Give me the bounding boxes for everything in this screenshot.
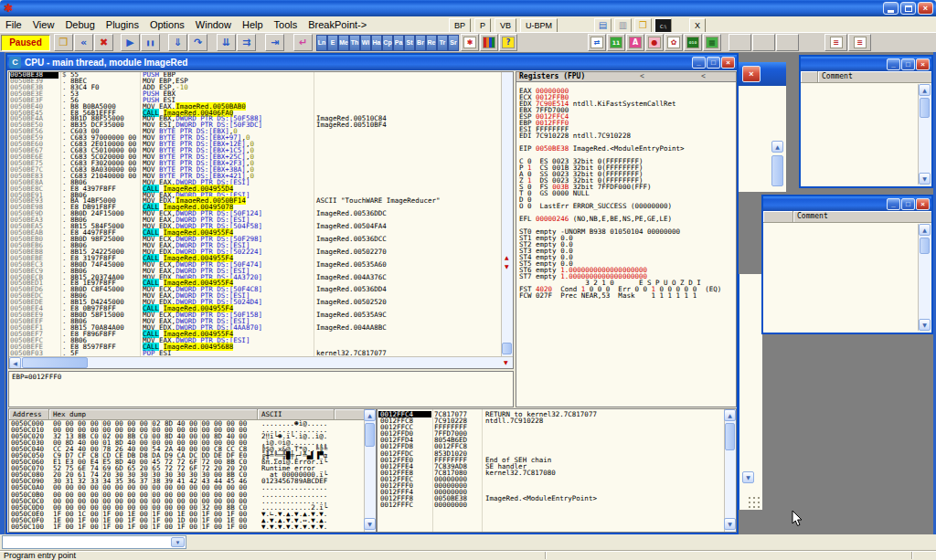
register-line[interactable]: ST2 empty 0.0 bbox=[519, 238, 736, 244]
register-line[interactable]: ESP 0012FFC4 bbox=[519, 110, 736, 116]
toolbar-letter-ln-button[interactable]: Ln bbox=[316, 35, 327, 51]
register-line[interactable]: ST5 empty 0.0 bbox=[519, 257, 736, 263]
open-file-button[interactable]: ❒ bbox=[54, 34, 73, 51]
scroll-up-icon[interactable]: ▲ bbox=[919, 224, 931, 236]
swap-panes-button[interactable]: ⇄ bbox=[588, 34, 606, 51]
disassembly-vscrollbar[interactable]: ▲ ▼ bbox=[501, 72, 513, 357]
console-icon[interactable]: C:\ bbox=[654, 18, 672, 33]
toolbar-letter-br-button[interactable]: Br bbox=[415, 35, 426, 51]
stack-row[interactable]: 0012FFE0FFFFFFFFEnd of SEH chain bbox=[378, 457, 736, 463]
scrollbar-thumb[interactable] bbox=[725, 423, 735, 450]
register-line[interactable]: EDX 7C90E514 ntdll.KiFastSystemCallRet bbox=[519, 97, 736, 103]
dump-row[interactable]: 0050C1001F 00 1F 00 1F 00 1F 00 1F 00 1F… bbox=[9, 523, 376, 530]
stack-row[interactable]: 0012FFEC00000000 bbox=[378, 476, 736, 482]
restart-button[interactable]: « bbox=[74, 34, 93, 51]
plugin-close-button[interactable]: X bbox=[689, 18, 706, 33]
scroll-up-icon[interactable]: ▲ bbox=[771, 141, 783, 153]
register-line[interactable]: ESI FFFFFFFF bbox=[519, 122, 736, 129]
scroll-marker-down-icon[interactable]: ▼ bbox=[505, 264, 509, 269]
register-line[interactable]: EAX 00000000 bbox=[519, 84, 736, 90]
go-to-origin-button[interactable]: ↵ bbox=[293, 34, 313, 51]
command-input[interactable] bbox=[4, 537, 170, 547]
scroll-left-icon[interactable]: ◀ bbox=[9, 357, 21, 369]
stack-row[interactable]: 0012FFDC853D1020 bbox=[378, 450, 736, 457]
plugin-button-vb[interactable]: VB bbox=[495, 18, 516, 33]
menu-plugins[interactable]: Plugins bbox=[101, 18, 144, 31]
register-line[interactable]: ST3 empty 0.0 bbox=[519, 244, 736, 250]
scroll-up-icon[interactable]: ▲ bbox=[919, 84, 931, 96]
trace-button[interactable]: ✿ bbox=[665, 34, 683, 51]
menu-view[interactable]: View bbox=[27, 18, 60, 31]
stack-row[interactable]: 0012FFC47C817077RETURN to kernel32.7C817… bbox=[378, 411, 736, 417]
scroll-down-icon[interactable]: ▼ bbox=[504, 360, 508, 365]
help-button[interactable]: ? bbox=[499, 34, 517, 51]
toolbar-letter-me-button[interactable]: Me bbox=[338, 35, 349, 51]
scrollbar-thumb[interactable] bbox=[365, 423, 375, 447]
step-into-button[interactable]: ⇓ bbox=[168, 34, 187, 51]
register-line[interactable]: ECX 0012FFB0 bbox=[519, 90, 736, 97]
scrollbar-thumb[interactable] bbox=[22, 357, 88, 368]
collapse-left-icon[interactable]: < bbox=[640, 72, 644, 81]
scroll-down-icon[interactable]: ▼ bbox=[724, 518, 736, 530]
register-line[interactable]: EBP 0012FFF0 bbox=[519, 116, 736, 122]
register-line[interactable]: EDI 7C910228 ntdll.7C910228 bbox=[519, 129, 736, 135]
stack-vscrollbar[interactable]: ▲ ▼ bbox=[724, 409, 736, 532]
open-folder-icon[interactable]: ❒ bbox=[634, 18, 652, 33]
register-line[interactable]: 3 2 1 0 E S P U O Z D I bbox=[519, 276, 736, 282]
menu-debug[interactable]: Debug bbox=[59, 18, 100, 31]
minimize-icon[interactable] bbox=[883, 2, 899, 15]
register-line[interactable]: EIP 0050BE38 ImageRed.<ModuleEntryPoint> bbox=[519, 142, 736, 148]
scroll-up-icon[interactable]: ▲ bbox=[364, 409, 376, 421]
scroll-up-icon[interactable]: ▲ bbox=[724, 409, 736, 421]
source-window-button[interactable]: ≡ bbox=[848, 34, 871, 51]
toolbar-letter-wi-button[interactable]: Wi bbox=[360, 35, 371, 51]
stack-row[interactable]: 0012FFF80050BE38ImageRed.<ModuleEntryPoi… bbox=[378, 495, 736, 502]
stack-row[interactable]: 0012FFD48054B6ED bbox=[378, 437, 736, 443]
maximize-icon[interactable]: □ bbox=[901, 58, 915, 70]
colors-button[interactable] bbox=[480, 34, 498, 51]
animate-into-button[interactable]: ⇊ bbox=[217, 34, 236, 51]
menu-window[interactable]: Window bbox=[190, 18, 237, 31]
run-button[interactable]: ▶ bbox=[121, 34, 140, 51]
cpu-window-titlebar[interactable]: C CPU - main thread, module ImageRed _ □… bbox=[7, 55, 737, 70]
menu-file[interactable]: File bbox=[0, 18, 27, 31]
run-trace-button[interactable]: 11 bbox=[607, 34, 625, 51]
log-window-icon[interactable]: ▤ bbox=[594, 18, 612, 33]
close-icon[interactable]: × bbox=[916, 58, 930, 70]
appearance-options-button[interactable]: ✱ bbox=[461, 34, 479, 51]
toolbar-letter-pa-button[interactable]: Pa bbox=[393, 35, 404, 51]
background-window-titlebar[interactable]: × bbox=[739, 62, 786, 86]
register-line[interactable]: Z 1 DS 0023 32bit 0(FFFFFFFF) bbox=[519, 174, 736, 180]
plugin-button-bp[interactable]: BP bbox=[449, 18, 471, 33]
disassembly-hscrollbar[interactable]: ◀ ▼ bbox=[9, 356, 514, 368]
close-icon[interactable]: × bbox=[916, 198, 930, 210]
registers-pane-title[interactable]: Registers (FPU) < < bbox=[516, 72, 736, 82]
stack-row[interactable]: 0012FFC87C910228ntdll.7C910228 bbox=[378, 417, 736, 424]
plugin-button-u-bpm[interactable]: U-BPM bbox=[520, 18, 558, 33]
maximize-icon[interactable]: □ bbox=[901, 198, 915, 210]
close-program-button[interactable]: ✖ bbox=[94, 34, 113, 51]
scroll-down-icon[interactable]: ▼ bbox=[919, 173, 931, 185]
register-line[interactable]: ST0 empty -UNORM B938 01050104 00000000 bbox=[519, 225, 736, 231]
scrollbar-thumb[interactable] bbox=[920, 98, 930, 118]
menu-tools[interactable]: Tools bbox=[269, 18, 303, 31]
maximize-icon[interactable]: □ bbox=[707, 57, 720, 69]
close-icon[interactable]: × bbox=[721, 57, 735, 69]
disasm-row[interactable]: 0050BE3E.53PUSH EBX bbox=[9, 91, 502, 98]
stack-row[interactable]: 0012FFF000000000 bbox=[378, 482, 736, 489]
close-icon[interactable]: × bbox=[742, 66, 760, 82]
toolbar-letter-sr-button[interactable]: Sr bbox=[448, 35, 459, 51]
command-combobox[interactable]: ▼ bbox=[2, 535, 186, 549]
binary-button[interactable]: 010 bbox=[684, 34, 702, 51]
toolbar-letter-re-button[interactable]: Re bbox=[426, 35, 437, 51]
register-line[interactable]: A 0 SS 0023 32bit 0(FFFFFFFF) bbox=[519, 167, 736, 174]
stack-row[interactable]: 0012FFCCFFFFFFFF bbox=[378, 424, 736, 430]
app-titlebar[interactable]: ✱ × bbox=[0, 0, 936, 16]
comment-window-titlebar[interactable]: _ □ × bbox=[801, 57, 931, 71]
register-line[interactable]: C 0 ES 0023 32bit 0(FFFFFFFF) bbox=[519, 154, 736, 161]
menu-help[interactable]: Help bbox=[237, 18, 269, 31]
stack-row[interactable]: 0012FFD07FFD7000 bbox=[378, 430, 736, 437]
plugin-button-p[interactable]: P bbox=[474, 18, 491, 33]
animate-over-button[interactable]: ⇉ bbox=[237, 34, 256, 51]
minimize-icon[interactable]: _ bbox=[692, 57, 706, 69]
